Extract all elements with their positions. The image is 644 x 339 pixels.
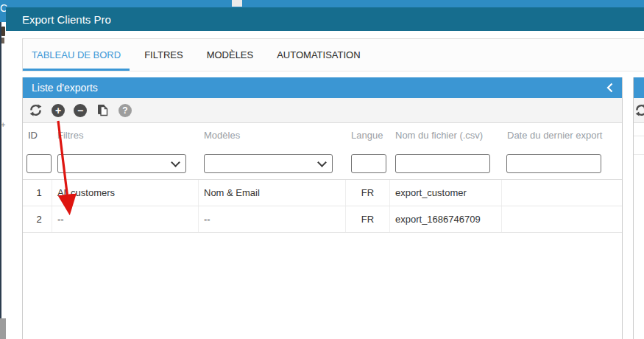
filter-date-input[interactable] [506, 154, 601, 173]
window-titlebar: Export Clients Pro [6, 7, 644, 31]
column-header-langue: Langue [346, 130, 390, 141]
cell-id: 1 [26, 180, 52, 206]
table-row[interactable]: 1 All customers Nom & Email FR export_cu… [23, 180, 622, 206]
add-export-icon[interactable]: + [52, 104, 65, 117]
secondary-toolbar [634, 98, 644, 123]
exports-toolbar: + − ? [23, 98, 622, 123]
table-row[interactable]: 2 -- -- FR export_1686746709 [23, 206, 622, 233]
filter-filtres-select[interactable] [57, 154, 186, 173]
background-header-gap [232, 0, 242, 7]
table-filter-row [23, 147, 622, 180]
filter-fichier-input[interactable] [395, 154, 490, 173]
secondary-row-fragment [634, 136, 644, 155]
cell-fichier: export_customer [390, 180, 502, 206]
filter-modeles-select[interactable] [204, 154, 333, 173]
screen: { "colors": { "titlebar_teal": "#166d8e"… [0, 0, 644, 339]
refresh-icon[interactable] [29, 103, 43, 117]
cell-date [502, 206, 622, 232]
column-header-date: Date du dernier export [502, 130, 622, 141]
refresh-icon[interactable] [634, 103, 644, 117]
tab-label: AUTOMATISATION [277, 49, 360, 60]
column-header-fichier: Nom du fichier (.csv) [390, 130, 502, 141]
exports-panel-header: Liste d'exports [23, 77, 622, 98]
cell-modeles: -- [199, 206, 346, 232]
filter-langue-input[interactable] [351, 154, 386, 173]
cell-id: 2 [26, 206, 52, 232]
tab-automatisation[interactable]: AUTOMATISATION [268, 39, 369, 71]
chevron-down-icon [317, 158, 327, 167]
tab-label: MODÈLES [207, 49, 254, 60]
remove-export-icon[interactable]: − [74, 104, 87, 117]
tab-filtres[interactable]: FILTRES [135, 39, 192, 71]
paste-icon[interactable] [96, 103, 110, 117]
column-header-id: ID [26, 130, 52, 141]
cell-modeles: Nom & Email [199, 180, 346, 206]
collapse-chevron-left-icon[interactable] [606, 83, 613, 93]
chevron-down-icon [171, 158, 180, 167]
clipped-background-plus-icon: + [1, 120, 5, 129]
minus-glyph: − [77, 105, 83, 116]
secondary-panel [633, 77, 644, 339]
tab-bar: TABLEAU DE BORD FILTRES MODÈLES AUTOMATI… [22, 38, 644, 71]
cell-filtres: All customers [52, 180, 199, 206]
help-icon[interactable]: ? [118, 104, 132, 117]
window-title: Export Clients Pro [22, 13, 111, 26]
tab-label: TABLEAU DE BORD [32, 49, 121, 60]
background-left-edge [0, 22, 1, 318]
module-window: Export Clients Pro TABLEAU DE BORD FILTR… [6, 7, 644, 339]
column-header-modeles: Modèles [199, 130, 346, 141]
exports-panel: Liste d'exports + − [22, 77, 623, 339]
cell-date [502, 180, 622, 206]
secondary-row-fragment [634, 123, 644, 136]
cell-fichier: export_1686746709 [390, 206, 502, 232]
exports-panel-title: Liste d'exports [32, 82, 98, 94]
clipped-background-icon [1, 38, 4, 43]
plus-glyph: + [55, 105, 61, 116]
cell-filtres: -- [52, 206, 199, 232]
table-header-row: ID Filtres Modèles Langue Nom du fichier… [23, 123, 622, 147]
column-header-filtres: Filtres [52, 130, 199, 141]
clipped-background-icon [1, 27, 5, 36]
filter-id-input[interactable] [26, 154, 52, 173]
background-footer-fragment [0, 318, 6, 339]
tab-modeles[interactable]: MODÈLES [198, 39, 263, 71]
cell-langue: FR [346, 180, 390, 206]
tab-label: FILTRES [144, 49, 183, 60]
cell-langue: FR [346, 206, 390, 232]
question-glyph: ? [122, 106, 127, 115]
secondary-panel-header [634, 77, 644, 98]
tab-tableau-de-bord[interactable]: TABLEAU DE BORD [23, 39, 130, 71]
